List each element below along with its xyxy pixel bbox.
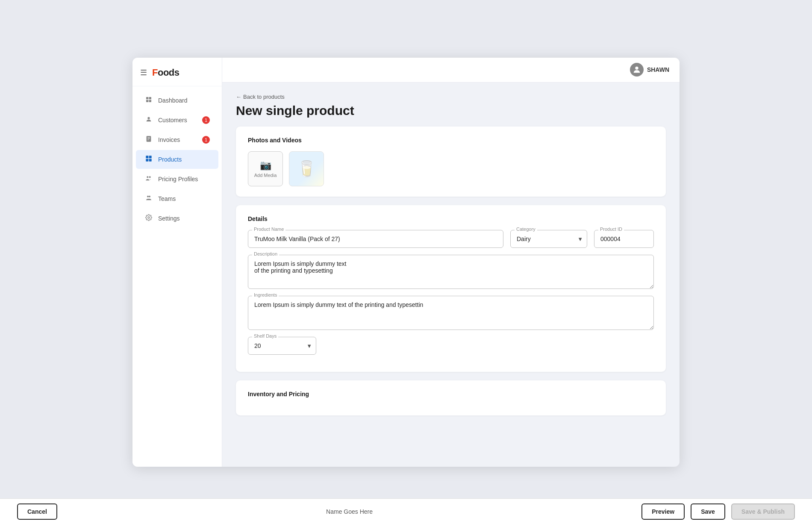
settings-icon	[144, 214, 153, 223]
shelf-days-select[interactable]: 20 30 60 90	[248, 337, 316, 355]
sidebar-item-pricing-profiles-label: Pricing Profiles	[158, 176, 198, 183]
svg-point-15	[147, 195, 149, 197]
user-name: SHAWN	[647, 66, 669, 73]
sidebar: ☰ Foods Dashboard Customers 1	[132, 58, 222, 467]
sidebar-header: ☰ Foods	[132, 58, 222, 86]
svg-rect-3	[149, 100, 151, 102]
description-row: Description Lorem Ipsum is simply dummy …	[248, 255, 654, 289]
sidebar-item-products-label: Products	[158, 156, 182, 163]
ingredients-row: Ingredients Lorem Ipsum is simply dummy …	[248, 296, 654, 330]
main-area: SHAWN ← Back to products New single prod…	[222, 58, 680, 467]
invoices-badge: 1	[202, 136, 210, 144]
ingredients-field: Ingredients Lorem Ipsum is simply dummy …	[248, 296, 654, 330]
product-id-input[interactable]	[594, 230, 654, 248]
details-section-title: Details	[248, 215, 654, 222]
content-area: ← Back to products New single product Ph…	[222, 82, 680, 467]
page-title: New single product	[236, 103, 666, 118]
inventory-section-title: Inventory and Pricing	[248, 391, 654, 397]
svg-point-13	[147, 176, 148, 178]
teams-icon	[144, 194, 153, 203]
description-field: Description Lorem Ipsum is simply dummy …	[248, 255, 654, 289]
back-to-products-link[interactable]: ← Back to products	[236, 94, 285, 100]
svg-rect-0	[146, 97, 148, 99]
sidebar-item-pricing-profiles[interactable]: Pricing Profiles	[136, 170, 218, 188]
dashboard-icon	[144, 96, 153, 105]
svg-point-16	[149, 195, 150, 197]
app-logo: Foods	[152, 67, 179, 78]
sidebar-item-invoices[interactable]: Invoices 1	[136, 130, 218, 149]
ingredients-label: Ingredients	[252, 292, 279, 297]
product-id-label: Product ID	[598, 227, 624, 232]
details-section: Details Product Name Category Dairy Beve…	[236, 205, 666, 372]
sidebar-nav: Dashboard Customers 1 Invoices 1	[132, 86, 222, 467]
shelf-days-field: Shelf Days 20 30 60 90 ▼	[248, 337, 316, 355]
camera-icon: 📷	[260, 160, 271, 171]
pricing-profiles-icon	[144, 175, 153, 183]
svg-rect-10	[149, 156, 152, 158]
hamburger-icon[interactable]: ☰	[140, 68, 147, 77]
category-select[interactable]: Dairy Beverages Snacks Produce	[510, 230, 587, 248]
customers-icon	[144, 116, 153, 124]
sidebar-item-teams-label: Teams	[158, 195, 176, 202]
svg-point-14	[149, 176, 151, 178]
shelf-days-label: Shelf Days	[252, 333, 278, 339]
ingredients-textarea[interactable]: Lorem Ipsum is simply dummy text of the …	[248, 296, 654, 330]
svg-rect-9	[146, 156, 148, 158]
add-media-label: Add Media	[254, 173, 277, 178]
svg-point-17	[148, 217, 150, 218]
product-id-field: Product ID	[594, 230, 654, 248]
products-icon	[144, 155, 153, 164]
svg-point-18	[635, 67, 638, 70]
svg-rect-5	[147, 136, 151, 141]
back-link-text: Back to products	[243, 94, 285, 100]
add-media-button[interactable]: 📷 Add Media	[248, 151, 283, 186]
sidebar-item-invoices-label: Invoices	[158, 136, 180, 143]
description-textarea[interactable]: Lorem Ipsum is simply dummy text of the …	[248, 255, 654, 289]
sidebar-item-products[interactable]: Products	[136, 150, 218, 169]
sidebar-item-teams[interactable]: Teams	[136, 189, 218, 208]
category-label: Category	[515, 227, 537, 232]
svg-rect-11	[146, 159, 148, 161]
invoices-icon	[144, 135, 153, 144]
category-select-wrapper: Dairy Beverages Snacks Produce ▼	[510, 230, 587, 248]
product-name-input[interactable]	[248, 230, 503, 248]
shelf-days-select-wrapper: 20 30 60 90 ▼	[248, 337, 316, 355]
svg-rect-12	[149, 159, 152, 161]
customers-badge: 1	[202, 116, 210, 124]
sidebar-item-customers[interactable]: Customers 1	[136, 111, 218, 130]
category-field: Category Dairy Beverages Snacks Produce …	[510, 230, 587, 248]
photos-section-title: Photos and Videos	[248, 137, 654, 144]
details-row-1: Product Name Category Dairy Beverages Sn…	[248, 230, 654, 248]
photos-videos-section: Photos and Videos 📷 Add Media 🥛	[236, 127, 666, 197]
sidebar-item-dashboard[interactable]: Dashboard	[136, 91, 218, 110]
product-image-icon: 🥛	[297, 160, 316, 178]
sidebar-item-settings-label: Settings	[158, 215, 180, 222]
shelf-days-row: Shelf Days 20 30 60 90 ▼	[248, 337, 654, 355]
product-name-field: Product Name	[248, 230, 503, 248]
photos-row: 📷 Add Media 🥛	[248, 151, 654, 186]
user-menu[interactable]: SHAWN	[630, 63, 669, 77]
back-arrow-icon: ←	[236, 94, 241, 100]
product-thumbnail: 🥛	[289, 151, 324, 186]
topbar: SHAWN	[222, 58, 680, 82]
sidebar-item-settings[interactable]: Settings	[136, 209, 218, 228]
sidebar-item-customers-label: Customers	[158, 117, 187, 124]
svg-rect-2	[146, 100, 148, 102]
svg-point-4	[147, 117, 150, 119]
inventory-pricing-section: Inventory and Pricing	[236, 380, 666, 415]
user-avatar	[630, 63, 644, 77]
svg-rect-1	[149, 97, 151, 99]
sidebar-item-dashboard-label: Dashboard	[158, 97, 188, 104]
product-name-label: Product Name	[252, 227, 285, 232]
description-label: Description	[252, 251, 279, 256]
